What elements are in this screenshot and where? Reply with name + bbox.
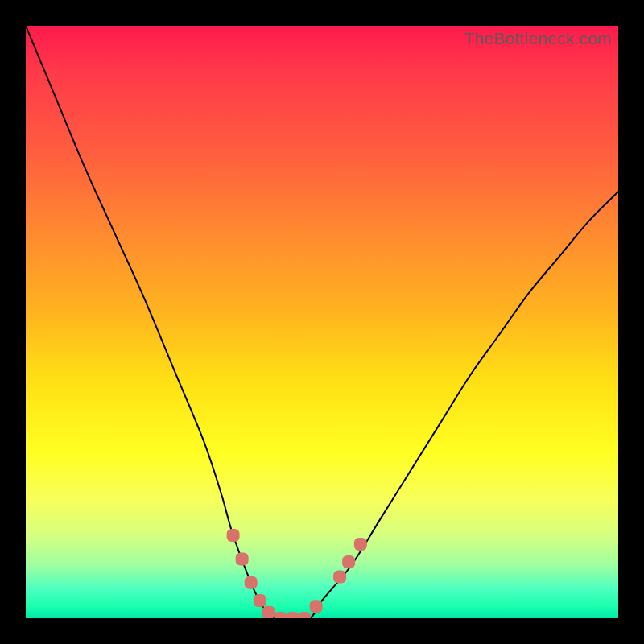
highlight-marker (254, 594, 266, 607)
highlight-marker (236, 552, 249, 565)
highlight-marker (342, 555, 355, 568)
highlight-marker (274, 612, 287, 618)
highlight-marker (298, 612, 311, 618)
highlight-marker (354, 538, 367, 551)
highlight-marker (286, 612, 299, 618)
highlight-marker (245, 576, 258, 589)
highlight-marker (310, 600, 323, 613)
bottleneck-curve (26, 26, 618, 618)
highlight-marker (333, 570, 346, 583)
plot-area: TheBottleneck.com (26, 26, 618, 618)
chart-frame: TheBottleneck.com (0, 0, 644, 644)
highlight-marker (227, 529, 240, 542)
highlight-marker (262, 606, 275, 618)
curve-layer (26, 26, 618, 618)
